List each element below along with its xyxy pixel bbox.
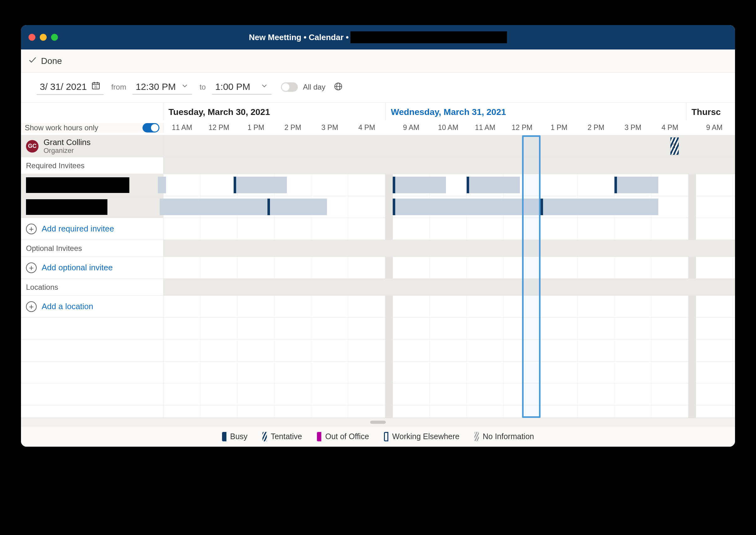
busy-block (267, 199, 327, 215)
chevron-down-icon (181, 81, 189, 92)
add-location-button[interactable]: + Add a location (21, 296, 163, 317)
hour-label: 12 PM (504, 124, 541, 132)
day-header-tuesday: Tuesday, March 30, 2021 (163, 103, 386, 120)
all-day-label: All day (303, 83, 325, 92)
calendar-icon: 31 (91, 81, 100, 92)
date-value: 3/ 31/ 2021 (40, 81, 87, 92)
add-required-label: Add required invitee (42, 224, 114, 234)
tentative-event[interactable]: T (670, 137, 679, 155)
end-time-field[interactable]: 1:00 PM (212, 80, 271, 95)
track-empty (163, 383, 735, 405)
track-empty (163, 296, 735, 318)
scrollbar-handle[interactable] (370, 421, 386, 424)
legend-out-of-office: Out of Office (317, 432, 369, 441)
work-hours-control: Show work hours only (21, 123, 163, 132)
busy-block (393, 199, 541, 215)
busy-block (614, 177, 658, 193)
redacted-invitee[interactable] (26, 199, 107, 215)
track-empty (163, 340, 735, 361)
options-bar: 3/ 31/ 2021 31 from 12:30 PM to 1:00 PM … (21, 73, 735, 103)
timezone-icon[interactable] (330, 82, 343, 92)
busy-block (158, 177, 166, 193)
day-header-wednesday: Wednesday, March 31, 2021 (386, 103, 686, 120)
all-day-toggle[interactable] (281, 82, 298, 92)
track-invitee-1 (163, 174, 735, 196)
checkmark-icon (28, 55, 37, 67)
window-title-text: New Meetting • Calendar • (249, 33, 349, 42)
hour-label: 12 PM (200, 124, 238, 132)
svg-text:31: 31 (94, 85, 98, 89)
busy-block (234, 177, 287, 193)
hour-label: 3 PM (311, 124, 348, 132)
legend-no-information: No Information (474, 432, 534, 441)
busy-block (541, 199, 658, 215)
track-empty (163, 405, 735, 418)
hour-label: 4 PM (348, 124, 385, 132)
work-hours-toggle[interactable] (143, 123, 159, 132)
hour-label: 11 AM (163, 124, 200, 132)
titlebar: New Meetting • Calendar • (21, 25, 735, 49)
organizer-role: Organizer (43, 147, 91, 155)
work-hours-label: Show work hours only (25, 124, 98, 132)
plus-icon: + (26, 224, 37, 234)
track-section (163, 157, 735, 174)
hours-header: 11 AM 12 PM 1 PM 2 PM 3 PM 4 PM 9 AM 10 … (163, 124, 733, 132)
track-empty (163, 218, 735, 240)
from-label: from (111, 83, 126, 92)
done-button[interactable]: Done (28, 55, 62, 67)
end-time-value: 1:00 PM (215, 81, 250, 92)
plus-icon: + (26, 301, 37, 312)
all-day-group: All day (281, 82, 343, 92)
start-time-field[interactable]: 12:30 PM (132, 80, 192, 95)
legend: Busy Tentative Out of Office Working Els… (21, 426, 735, 447)
add-optional-invitee-button[interactable]: + Add optional invitee (21, 257, 163, 278)
track-empty (163, 257, 735, 279)
window-title: New Meetting • Calendar • (21, 31, 735, 43)
add-required-invitee-button[interactable]: + Add required invitee (21, 218, 163, 239)
hour-label: 10 AM (430, 124, 467, 132)
hour-label: 1 PM (238, 124, 274, 132)
optional-invitees-label: Optional Invitees (21, 240, 163, 257)
busy-block (393, 177, 446, 193)
date-field[interactable]: 3/ 31/ 2021 31 (37, 79, 104, 95)
required-invitees-label: Required Invitees (21, 157, 163, 174)
redacted-account (350, 31, 507, 43)
track-empty (163, 361, 735, 383)
busy-block (467, 177, 520, 193)
availability-tracks[interactable]: T (163, 135, 735, 418)
toolbar: Done (21, 49, 735, 73)
legend-tentative: Tentative (263, 432, 302, 441)
hour-label: 1 PM (541, 124, 577, 132)
hour-label: 3 PM (614, 124, 651, 132)
track-section (163, 279, 735, 296)
avatar: GC (26, 140, 39, 153)
legend-busy: Busy (222, 432, 248, 441)
redacted-invitee[interactable] (26, 177, 129, 193)
legend-working-elsewhere: Working Elsewhere (384, 432, 460, 441)
add-optional-label: Add optional invitee (42, 263, 113, 272)
scheduling-assistant-window: New Meetting • Calendar • Done 3/ 31/ 20… (21, 25, 735, 447)
hour-label: 4 PM (651, 124, 688, 132)
add-location-label: Add a location (42, 302, 93, 311)
track-empty (163, 318, 735, 340)
hour-label: 2 PM (274, 124, 311, 132)
horizontal-scrollbar[interactable] (21, 418, 735, 426)
day-header-row: Tuesday, March 30, 2021 Wednesday, March… (21, 103, 735, 120)
track-section (163, 240, 735, 257)
done-label: Done (41, 56, 62, 66)
chevron-down-icon (260, 81, 268, 92)
grid-body: GC Grant Collins Organizer Required Invi… (21, 135, 735, 418)
busy-block (160, 199, 267, 215)
time-header-row: Show work hours only 11 AM 12 PM 1 PM 2 … (21, 120, 735, 135)
day-header-thursday: Thursc (686, 103, 724, 120)
hour-label: 11 AM (467, 124, 504, 132)
start-time-value: 12:30 PM (136, 81, 176, 92)
track-organizer: T (163, 135, 735, 157)
track-invitee-2 (163, 196, 735, 218)
locations-label: Locations (21, 279, 163, 296)
to-label: to (200, 83, 206, 92)
scheduling-grid: Tuesday, March 30, 2021 Wednesday, March… (21, 103, 735, 447)
hour-label: 9 AM (393, 124, 430, 132)
hour-label: 2 PM (577, 124, 614, 132)
plus-icon: + (26, 263, 37, 273)
